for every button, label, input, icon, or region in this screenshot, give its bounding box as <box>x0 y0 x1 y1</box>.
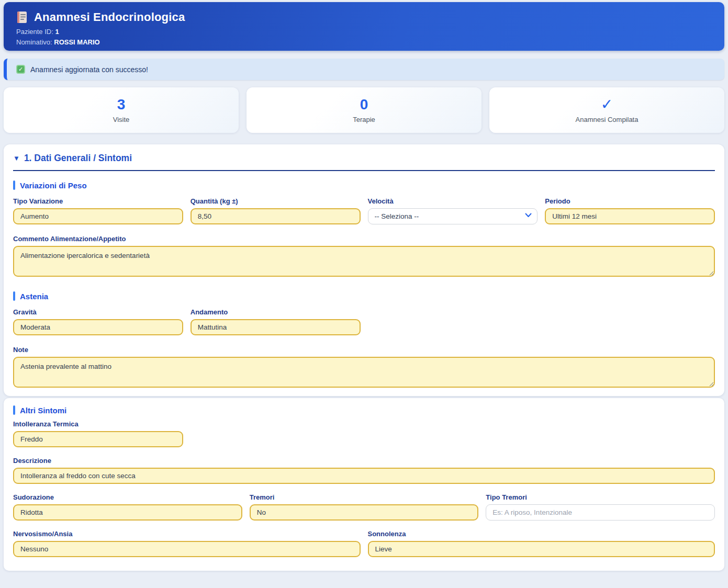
anamnesis-label: Anamnesi Compilata <box>576 116 639 123</box>
commento-alimentazione-label: Commento Alimentazione/Appetito <box>13 235 715 243</box>
quantita-label: Quantità (kg ±) <box>191 197 361 205</box>
subsection-altri-sintomi: Altri Sintomi <box>13 405 715 415</box>
tipo-variazione-input[interactable] <box>13 208 183 224</box>
field-sonnolenza: Sonnolenza <box>368 530 715 557</box>
subsection-bar <box>13 180 15 190</box>
intolleranza-termica-input[interactable] <box>13 431 183 447</box>
tipo-variazione-label: Tipo Variazione <box>13 197 183 205</box>
field-note: Note Astenia prevalente al mattino <box>13 346 715 390</box>
section-title: 1. Dati Generali / Sintomi <box>24 153 132 164</box>
subsection-variazioni-di-peso: Variazioni di Peso <box>13 180 715 190</box>
page: Anamnesi Endocrinologica Paziente ID: 1 … <box>0 0 728 588</box>
section-header-dati-generali[interactable]: ▼ 1. Dati Generali / Sintomi <box>13 153 715 164</box>
note-label: Note <box>13 346 715 354</box>
visits-count: 3 <box>117 97 126 112</box>
subsection-bar <box>13 405 15 415</box>
descrizione-label: Descrizione <box>13 457 715 465</box>
patient-id: Paziente ID: 1 <box>16 27 712 37</box>
commento-alimentazione-textarea[interactable]: Alimentazione ipercalorica e sedentariet… <box>13 246 715 277</box>
visits-label: Visite <box>113 116 130 123</box>
field-nervosismo: Nervosismo/Ansia <box>13 530 361 557</box>
descrizione-input[interactable] <box>13 468 715 484</box>
success-check-icon: ✓ <box>16 65 25 74</box>
field-commento-alimentazione: Commento Alimentazione/Appetito Alimenta… <box>13 235 715 279</box>
sudorazione-input[interactable] <box>13 504 242 521</box>
success-alert: ✓ Anamnesi aggiornata con successo! <box>4 59 724 80</box>
therapies-label: Terapie <box>353 116 375 123</box>
note-textarea[interactable]: Astenia prevalente al mattino <box>13 357 715 388</box>
field-tipo-tremori: Tipo Tremori <box>486 493 715 521</box>
page-title: Anamnesi Endocrinologica <box>34 10 185 24</box>
tipo-tremori-input[interactable] <box>486 504 715 521</box>
success-alert-message: Anamnesi aggiornata con successo! <box>30 65 148 74</box>
field-quantita: Quantità (kg ±) <box>191 197 361 224</box>
field-gravita: Gravità <box>13 308 183 335</box>
field-periodo: Periodo <box>545 197 715 224</box>
tremori-input[interactable] <box>250 504 479 521</box>
periodo-label: Periodo <box>545 197 715 205</box>
tremori-label: Tremori <box>250 493 479 501</box>
stat-card-anamnesis: ✓ Anamnesi Compilata <box>489 87 724 133</box>
field-descrizione: Descrizione <box>13 457 715 484</box>
stats-row: 3 Visite 0 Terapie ✓ Anamnesi Compilata <box>4 87 724 133</box>
therapies-count: 0 <box>360 97 368 112</box>
stat-card-therapies: 0 Terapie <box>247 87 481 133</box>
tipo-tremori-label: Tipo Tremori <box>486 493 715 501</box>
section-altri-sintomi: Altri Sintomi Intolleranza Termica Descr… <box>4 398 724 571</box>
gravita-input[interactable] <box>13 319 183 335</box>
andamento-input[interactable] <box>191 319 361 335</box>
notepad-icon <box>16 11 28 24</box>
quantita-input[interactable] <box>191 208 361 224</box>
gravita-label: Gravità <box>13 308 183 316</box>
field-andamento: Andamento <box>191 308 361 335</box>
periodo-input[interactable] <box>545 208 715 224</box>
velocita-label: Velocità <box>368 197 538 205</box>
intolleranza-termica-label: Intolleranza Termica <box>13 420 183 428</box>
section-divider <box>13 170 715 171</box>
nervosismo-input[interactable] <box>13 541 361 557</box>
section-dati-generali: ▼ 1. Dati Generali / Sintomi Variazioni … <box>4 144 724 396</box>
page-header: Anamnesi Endocrinologica Paziente ID: 1 … <box>4 2 724 51</box>
sonnolenza-input[interactable] <box>368 541 715 557</box>
field-sudorazione: Sudorazione <box>13 493 242 521</box>
sudorazione-label: Sudorazione <box>13 493 242 501</box>
stat-card-visits: 3 Visite <box>4 87 239 133</box>
checkmark-icon: ✓ <box>601 97 613 112</box>
collapse-triangle-icon: ▼ <box>13 154 20 162</box>
field-velocita: Velocità -- Seleziona -- <box>368 197 538 224</box>
field-intolleranza-termica: Intolleranza Termica <box>13 420 183 447</box>
patient-name: Nominativo: ROSSI MARIO <box>16 38 712 47</box>
field-tremori: Tremori <box>250 493 479 521</box>
subsection-bar <box>13 291 15 301</box>
andamento-label: Andamento <box>191 308 361 316</box>
nervosismo-label: Nervosismo/Ansia <box>13 530 361 538</box>
velocita-select[interactable]: -- Seleziona -- <box>368 208 538 224</box>
sonnolenza-label: Sonnolenza <box>368 530 715 538</box>
field-tipo-variazione: Tipo Variazione <box>13 197 183 224</box>
subsection-astenia: Astenia <box>13 291 715 301</box>
